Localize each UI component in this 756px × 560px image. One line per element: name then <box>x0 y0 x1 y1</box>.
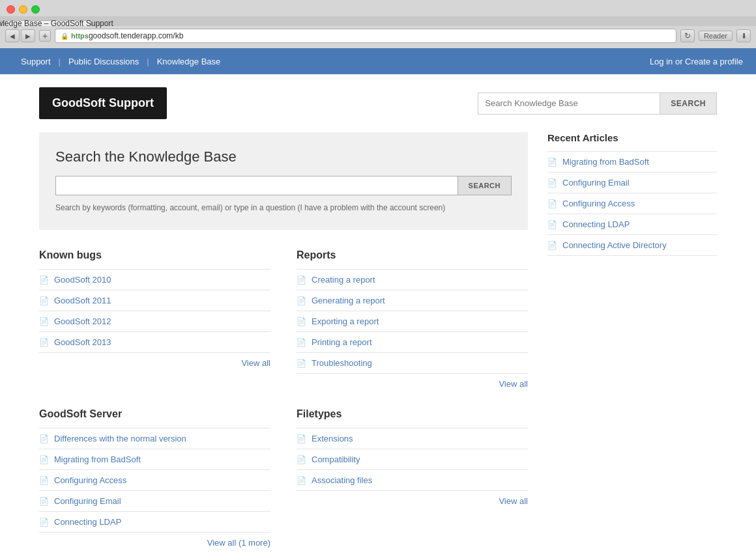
link-label: GoodSoft 2012 <box>54 316 111 326</box>
link-label: Extensions <box>312 434 353 443</box>
header-row: GoodSoft Support SEARCH <box>39 87 717 119</box>
doc-icon: 📄 <box>39 497 49 506</box>
list-item[interactable]: 📄 Printing a report <box>297 332 528 353</box>
reports-heading: Reports <box>297 249 528 261</box>
address-bar[interactable]: 🔒 https goodsoft.tenderapp.com/kb <box>55 29 676 43</box>
list-item[interactable]: 📄 Extensions <box>297 428 528 449</box>
doc-icon: 📄 <box>547 199 557 208</box>
list-item[interactable]: 📄 Creating a report <box>297 269 528 290</box>
browser-chrome: Knowledge Base – GoodSoft Support ◀ ▶ + … <box>0 0 756 48</box>
back-button[interactable]: ◀ <box>5 29 20 42</box>
doc-icon: 📄 <box>297 275 306 285</box>
list-item[interactable]: 📄 Troubleshooting <box>297 353 528 374</box>
list-item[interactable]: 📄 Connecting Active Directory <box>547 235 717 256</box>
content-row: Search the Knowledge Base SEARCH Search … <box>39 132 717 560</box>
list-item[interactable]: 📄 Configuring Access <box>39 470 270 491</box>
top-search-input[interactable] <box>478 92 660 115</box>
list-item[interactable]: 📄 Generating a report <box>297 290 528 311</box>
article-label: Migrating from BadSoft <box>562 157 649 167</box>
view-all-known-bugs[interactable]: View all <box>39 358 270 368</box>
server-heading: GoodSoft Server <box>39 408 270 420</box>
top-search-button[interactable]: SEARCH <box>660 92 717 115</box>
nav-auth: Log in or Create a profile <box>650 57 743 66</box>
doc-icon: 📄 <box>39 434 49 443</box>
traffic-lights <box>0 0 756 16</box>
list-item[interactable]: 📄 GoodSoft 2011 <box>39 290 270 311</box>
search-row: SEARCH <box>55 176 512 195</box>
recent-articles-heading: Recent Articles <box>547 132 717 143</box>
search-section: Search the Knowledge Base SEARCH Search … <box>39 132 528 230</box>
link-label: Configuring Email <box>54 496 121 506</box>
list-item[interactable]: 📄 GoodSoft 2013 <box>39 332 270 353</box>
nav-discussions[interactable]: Public Discussions <box>61 57 147 66</box>
browser-toolbar: ◀ ▶ + 🔒 https goodsoft.tenderapp.com/kb … <box>0 26 756 48</box>
nav-links: Support | Public Discussions | Knowledge… <box>13 57 228 66</box>
view-all-reports[interactable]: View all <box>297 379 528 389</box>
doc-icon: 📄 <box>297 434 306 443</box>
doc-icon: 📄 <box>39 275 49 285</box>
list-item[interactable]: 📄 Compatibility <box>297 449 528 470</box>
forward-button[interactable]: ▶ <box>21 29 35 42</box>
doc-icon: 📄 <box>297 359 306 368</box>
categories: Known bugs 📄 GoodSoft 2010 📄 GoodSoft 20… <box>39 249 528 548</box>
doc-icon: 📄 <box>297 296 306 305</box>
article-label: Configuring Access <box>562 199 635 208</box>
link-label: Connecting LDAP <box>54 517 121 527</box>
view-all-server[interactable]: View all (1 more) <box>39 538 270 548</box>
list-item[interactable]: 📄 Configuring Email <box>547 173 717 193</box>
recent-articles: Recent Articles 📄 Migrating from BadSoft… <box>547 132 717 256</box>
article-label: Connecting Active Directory <box>562 240 667 250</box>
add-tab-button[interactable]: + <box>39 30 51 42</box>
doc-icon: 📄 <box>297 338 306 347</box>
doc-icon: 📄 <box>297 317 306 326</box>
auth-or: or <box>675 57 685 66</box>
link-label: GoodSoft 2010 <box>54 275 111 285</box>
reader-button[interactable]: Reader <box>699 31 733 41</box>
list-item[interactable]: 📄 Exporting a report <box>297 311 528 332</box>
close-button[interactable] <box>7 5 15 14</box>
download-button[interactable]: ⬇ <box>736 29 751 42</box>
list-item[interactable]: 📄 GoodSoft 2012 <box>39 311 270 332</box>
list-item[interactable]: 📄 Associating files <box>297 470 528 491</box>
category-reports: Reports 📄 Creating a report 📄 Generating… <box>297 249 528 389</box>
category-known-bugs: Known bugs 📄 GoodSoft 2010 📄 GoodSoft 20… <box>39 249 270 389</box>
list-item[interactable]: 📄 Configuring Access <box>547 193 717 214</box>
link-label: GoodSoft 2013 <box>54 337 111 347</box>
doc-icon: 📄 <box>547 241 557 250</box>
list-item[interactable]: 📄 GoodSoft 2010 <box>39 269 270 290</box>
link-label: Generating a report <box>312 296 385 305</box>
site-nav: Support | Public Discussions | Knowledge… <box>0 48 756 74</box>
nav-support[interactable]: Support <box>13 57 59 66</box>
browser-tab[interactable]: Knowledge Base – GoodSoft Support <box>5 20 91 26</box>
main-container: GoodSoft Support SEARCH Search the Knowl… <box>20 74 736 560</box>
link-label: Printing a report <box>312 337 372 347</box>
article-label: Configuring Email <box>562 178 630 188</box>
create-profile-link[interactable]: Create a profile <box>685 57 743 66</box>
log-in-link[interactable]: Log in <box>650 57 673 66</box>
link-label: Compatibility <box>312 455 360 464</box>
list-item[interactable]: 📄 Connecting LDAP <box>547 214 717 235</box>
right-column: Recent Articles 📄 Migrating from BadSoft… <box>547 132 717 560</box>
search-hint: Search by keywords (formatting, account,… <box>55 202 512 214</box>
main-search-input[interactable] <box>55 176 458 195</box>
maximize-button[interactable] <box>31 5 40 14</box>
refresh-button[interactable]: ↻ <box>680 29 695 42</box>
main-search-button[interactable]: SEARCH <box>458 176 512 195</box>
category-filetypes: Filetypes 📄 Extensions 📄 Compatibility 📄… <box>297 408 528 548</box>
doc-icon: 📄 <box>39 296 49 305</box>
view-all-filetypes[interactable]: View all <box>297 496 528 506</box>
filetypes-heading: Filetypes <box>297 408 528 420</box>
list-item[interactable]: 📄 Configuring Email <box>39 491 270 512</box>
nav-knowledge-base[interactable]: Knowledge Base <box>149 57 229 66</box>
list-item[interactable]: 📄 Migrating from BadSoft <box>39 449 270 470</box>
link-label: Configuring Access <box>54 475 126 485</box>
category-row-1: Known bugs 📄 GoodSoft 2010 📄 GoodSoft 20… <box>39 249 528 389</box>
minimize-button[interactable] <box>19 5 27 14</box>
address-url: goodsoft.tenderapp.com/kb <box>89 31 183 40</box>
doc-icon: 📄 <box>39 455 49 464</box>
link-label: Troubleshooting <box>312 358 372 368</box>
list-item[interactable]: 📄 Migrating from BadSoft <box>547 151 717 173</box>
lock-icon: 🔒 <box>61 33 68 40</box>
list-item[interactable]: 📄 Differences with the normal version <box>39 428 270 449</box>
list-item[interactable]: 📄 Connecting LDAP <box>39 512 270 533</box>
